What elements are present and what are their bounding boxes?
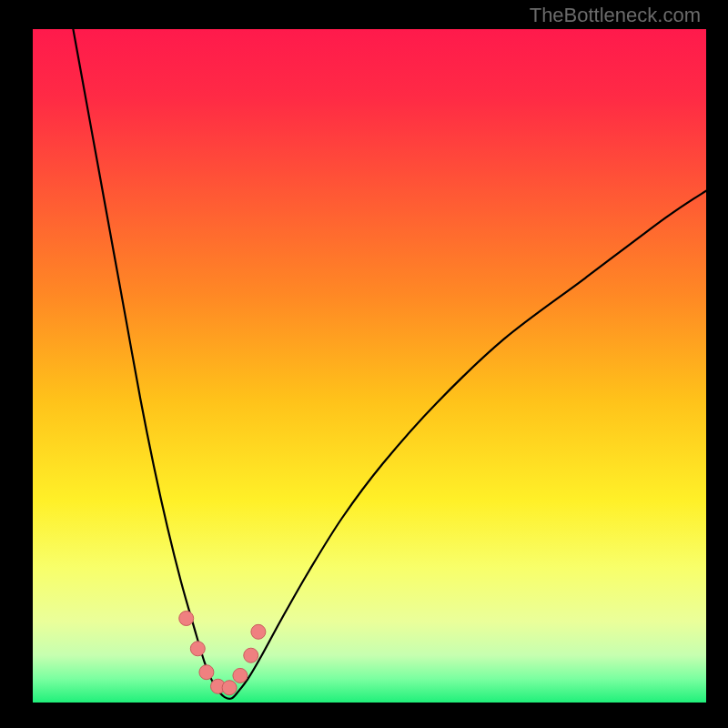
marker-dot (222, 681, 237, 695)
marker-dot (179, 612, 194, 626)
plot-area (33, 29, 706, 703)
marker-dot (199, 665, 214, 680)
marker-dot (251, 624, 266, 639)
chart-svg (33, 29, 706, 703)
marker-dot (190, 642, 205, 656)
marker-dot (244, 648, 258, 662)
marker-dot (233, 668, 248, 682)
watermark-text: TheBottleneck.com (530, 4, 701, 27)
